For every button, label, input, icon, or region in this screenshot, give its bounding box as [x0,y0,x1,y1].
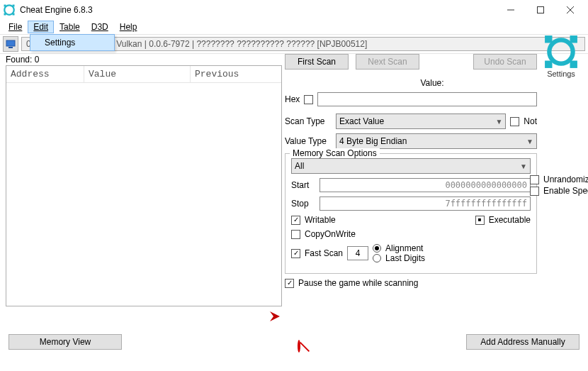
menubar: File Edit Table D3D Help [0,20,588,34]
speedhack-label: Enable Speedhack [543,186,588,196]
lastdigits-radio[interactable] [373,254,381,262]
not-checkbox[interactable] [510,117,519,126]
stop-label: Stop [291,199,315,209]
scan-type-label: Scan Type [285,116,332,126]
speedhack-checkbox[interactable] [530,187,539,196]
copyonwrite-label: CopyOnWrite [305,229,356,239]
app-icon [3,4,16,16]
next-scan-button[interactable]: Next Scan [356,54,419,70]
edit-dropdown: Settings [30,34,115,51]
col-value[interactable]: Value [84,66,191,82]
minimize-button[interactable] [496,0,526,20]
chevron-down-icon: ▼ [526,138,533,145]
svg-rect-10 [9,47,13,48]
lastdigits-label: Last Digits [385,253,425,263]
found-count: Found: 0 [6,54,282,65]
memory-scan-options-group: Memory Scan Options All▼ Start Stop Writ… [285,153,537,274]
menu-edit-settings[interactable]: Settings [30,35,114,50]
red-arrow-icon[interactable] [268,309,282,323]
fastscan-value-input[interactable] [347,246,368,260]
menu-table[interactable]: Table [54,21,86,33]
unrandomizer-checkbox[interactable] [530,175,539,184]
value-type-label: Value Type [285,136,332,146]
svg-rect-2 [13,5,15,7]
fastscan-label: Fast Scan [305,248,343,258]
svg-rect-6 [538,7,544,13]
alignment-label: Alignment [385,243,423,253]
svg-rect-4 [13,13,15,16]
fastscan-checkbox[interactable] [291,249,300,258]
no-entry-icon[interactable] [298,340,300,353]
start-label: Start [291,180,315,190]
menu-d3d[interactable]: D3D [86,21,114,33]
chevron-down-icon: ▼ [495,118,502,126]
pause-checkbox[interactable] [285,279,294,288]
add-address-button[interactable]: Add Address Manually [466,334,579,350]
start-input[interactable] [320,178,531,192]
value-input[interactable] [317,92,537,106]
svg-marker-16 [270,311,280,321]
results-table[interactable]: Address Value Previous [6,65,282,306]
menu-file[interactable]: File [3,21,28,33]
menu-help[interactable]: Help [114,21,143,33]
alignment-radio[interactable] [373,244,381,253]
window-title: Cheat Engine 6.8.3 [20,5,93,15]
svg-rect-3 [4,13,6,16]
svg-rect-1 [4,5,6,7]
maximize-button[interactable] [526,0,555,20]
titlebar: Cheat Engine 6.8.3 [0,0,588,20]
open-process-button[interactable] [3,36,18,52]
menu-edit[interactable]: Edit [28,21,54,33]
memory-region-select[interactable]: All▼ [291,158,531,174]
value-label: Value: [420,78,443,88]
unrandomizer-label: Unrandomizer [543,175,588,184]
col-address[interactable]: Address [6,66,84,82]
first-scan-button[interactable]: First Scan [285,54,349,70]
svg-rect-12 [545,35,552,43]
scan-type-select[interactable]: Exact Value▼ [336,113,506,129]
executable-label: Executable [489,215,531,225]
not-label: Not [524,116,537,126]
undo-scan-button[interactable]: Undo Scan [473,54,537,70]
executable-checkbox[interactable] [475,216,485,225]
hex-checkbox[interactable] [304,95,313,104]
svg-rect-9 [6,40,15,46]
svg-rect-13 [570,35,577,43]
close-button[interactable] [555,0,585,20]
memory-scan-options-label: Memory Scan Options [290,148,380,158]
hex-label: Hex [285,94,300,104]
value-type-select[interactable]: 4 Byte Big Endian▼ [336,133,537,149]
chevron-down-icon: ▼ [520,162,527,170]
stop-input[interactable] [320,196,531,211]
memory-view-button[interactable]: Memory View [9,334,122,350]
computer-icon [6,39,16,49]
pause-label: Pause the game while scanning [298,278,418,288]
col-previous[interactable]: Previous [191,66,281,82]
writable-label: Writable [305,215,336,225]
copyonwrite-checkbox[interactable] [291,230,300,239]
writable-checkbox[interactable] [291,216,300,225]
